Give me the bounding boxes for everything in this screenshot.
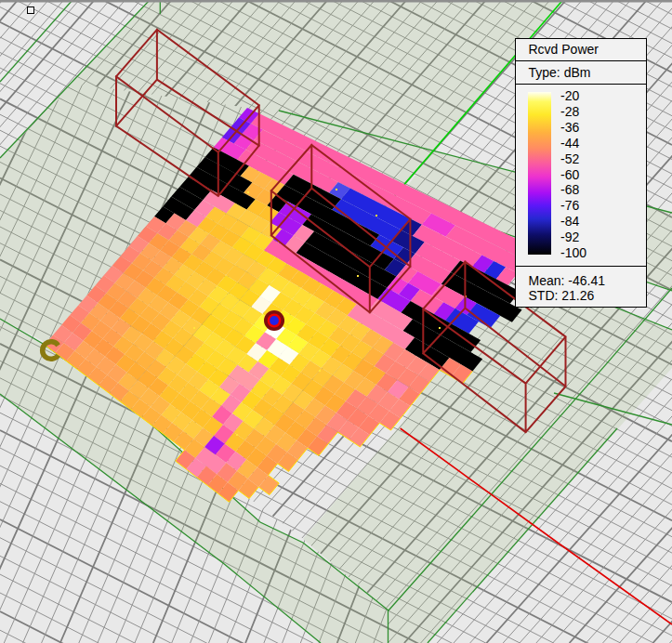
svg-text:-100: -100 [560, 245, 586, 260]
svg-text:-36: -36 [560, 120, 579, 135]
svg-text:-20: -20 [560, 88, 579, 103]
svg-text:Mean: -46.41: Mean: -46.41 [529, 273, 606, 288]
svg-text:-52: -52 [560, 151, 579, 166]
svg-text:STD: 21.26: STD: 21.26 [529, 288, 595, 303]
svg-text:-68: -68 [560, 182, 579, 197]
svg-text:Type: dBm: Type: dBm [529, 65, 591, 80]
svg-text:-92: -92 [560, 230, 579, 244]
svg-text:Rcvd Power: Rcvd Power [529, 42, 600, 57]
svg-text:-44: -44 [560, 136, 579, 151]
svg-text:-76: -76 [560, 198, 579, 213]
svg-text:-60: -60 [560, 167, 579, 182]
svg-text:-84: -84 [560, 214, 579, 229]
svg-text:-28: -28 [560, 104, 579, 119]
